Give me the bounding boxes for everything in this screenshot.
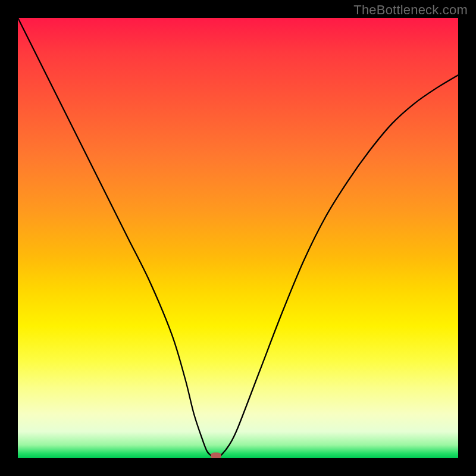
watermark-text: TheBottleneck.com bbox=[353, 2, 468, 18]
plot-area bbox=[18, 18, 458, 458]
chart-curve-svg bbox=[18, 18, 458, 458]
bottleneck-curve-path bbox=[18, 18, 458, 458]
chart-frame: TheBottleneck.com bbox=[0, 0, 476, 476]
optimum-marker bbox=[211, 453, 221, 459]
